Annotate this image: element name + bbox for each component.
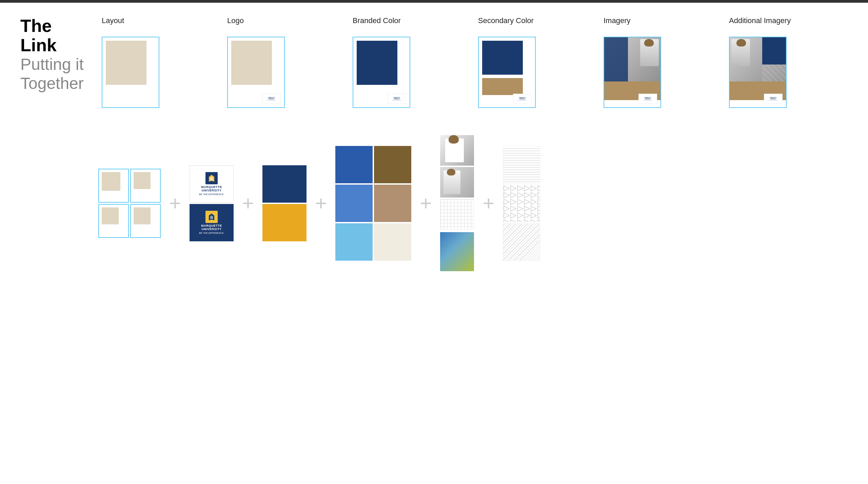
swatch-dark-gold [374, 146, 411, 183]
layout-grid [98, 169, 161, 238]
swatch-taupe [374, 185, 411, 222]
column-imagery: Imagery MARQUETTEUNIVERSITY BE THE DIFFE… [597, 16, 722, 108]
plus-1: + [164, 191, 186, 215]
swatch-med-blue [335, 146, 373, 183]
col-header-logo: Logo [227, 16, 244, 30]
branded-colors-section [259, 165, 310, 241]
imagery-top-photo [604, 37, 660, 81]
imagery-photos-section [437, 135, 477, 271]
branded-preview-card: MARQUETTEUNIVERSITY BE THE DIFFERENCE. [353, 37, 410, 108]
mu-sub-white: UNIVERSITY [202, 228, 222, 231]
logo-preview-small: MARQUETTEUNIVERSITY BE THE DIFFERENCE. [262, 94, 281, 104]
mu-crest-icon [208, 174, 215, 182]
additional-imagery-section [499, 146, 544, 261]
column-branded-color: Branded Color MARQUETTEUNIVERSITY BE THE… [346, 16, 471, 108]
mu-crest-icon-blue [208, 213, 215, 221]
additional-mu-logo-mini: MARQUETTEUNIVERSITY BE THE DIFFERENCE. [764, 94, 783, 104]
secondary-preview-card: MARQUETTEUNIVERSITY BE THE DIFFERENCE. [478, 37, 536, 108]
layout-cell-br [130, 204, 161, 238]
col-header-secondary: Secondary Color [478, 16, 534, 30]
imagery-preview-card: MARQUETTEUNIVERSITY BE THE DIFFERENCE. [604, 37, 661, 108]
column-logo: Logo MARQUETTEUNIVERSITY BE THE DIFFEREN… [220, 16, 346, 108]
secondary-colors-section [332, 146, 415, 261]
secondary-logo-small: MARQUETTEUNIVERSITY BE THE DIFFERENCE. [513, 94, 532, 104]
additional-logo-small: MARQUETTEUNIVERSITY BE THE DIFFERENCE. [764, 94, 783, 104]
column-secondary-color: Secondary Color MARQUETTEUNIVERSITY BE T… [471, 16, 597, 108]
columns-section: Layout Logo MARQUETTEUNIVERSITY BE THE D… [95, 16, 848, 108]
layout-cell-inner-br [134, 207, 151, 224]
additional-blue-overlay [762, 37, 786, 64]
branded-colors [262, 165, 307, 241]
logo-cards: MARQUETTE UNIVERSITY BE THE DIFFERENCE. … [190, 165, 234, 241]
branded-logo-small: MARQUETTEUNIVERSITY BE THE DIFFERENCE. [388, 94, 406, 104]
secondary-blue-block [482, 41, 523, 75]
add-imagery-items [503, 146, 540, 261]
swatch-cream [374, 223, 411, 261]
pattern-triangles [503, 185, 540, 222]
col-header-layout: Layout [102, 16, 124, 30]
branded-mu-logo-mini: MARQUETTEUNIVERSITY BE THE DIFFERENCE. [388, 94, 406, 104]
plus-4: + [415, 191, 437, 215]
plus-2: + [237, 191, 259, 215]
logo-preview-card: MARQUETTEUNIVERSITY BE THE DIFFERENCE. [227, 37, 285, 108]
swatch-light-blue [335, 185, 373, 222]
column-layout: Layout [95, 16, 220, 108]
additional-preview-card: MARQUETTEUNIVERSITY BE THE DIFFERENCE. [729, 37, 787, 108]
branded-blue-block [357, 41, 397, 85]
title-sub: Putting it Together [20, 55, 88, 92]
col-header-imagery: Imagery [604, 16, 630, 30]
layout-preview-card [102, 37, 159, 108]
layout-cell-inner-tl [102, 172, 120, 191]
logo-card-blue: MARQUETTE UNIVERSITY BE THE DIFFERENCE. [190, 204, 234, 241]
col-header-additional: Additional Imagery [729, 16, 791, 30]
logo-card-white: MARQUETTE UNIVERSITY BE THE DIFFERENCE. [190, 165, 234, 203]
mu-logo-mini: MARQUETTEUNIVERSITY BE THE DIFFERENCE. [262, 94, 281, 104]
imagery-logo-small: MARQUETTEUNIVERSITY BE THE DIFFERENCE. [638, 94, 657, 104]
mu-logo-blue: MARQUETTE UNIVERSITY BE THE DIFFERENCE. [199, 211, 224, 235]
mu-logo-white: MARQUETTE UNIVERSITY BE THE DIFFERENCE. [199, 172, 224, 196]
imagery-grid-pattern [440, 199, 474, 229]
imagery-items [440, 135, 474, 271]
plus-5: + [477, 191, 499, 215]
title-bold: The Link [20, 16, 88, 55]
layout-cell-inner-tr [134, 172, 151, 189]
logo-tan-block [231, 41, 272, 85]
mu-tagline-dark: BE THE DIFFERENCE. [199, 193, 224, 196]
top-bar [0, 0, 868, 3]
swatch-navy [262, 165, 307, 203]
mu-sub-dark: UNIVERSITY [202, 189, 222, 192]
person-head-1 [449, 135, 459, 144]
imagery-overlay-blue [604, 37, 628, 81]
secondary-colors-grid [335, 146, 411, 261]
layout-cell-tr [130, 169, 161, 203]
layout-grid-section [95, 169, 164, 238]
additional-top-photo [730, 37, 786, 81]
mu-tagline-white: BE THE DIFFERENCE. [199, 232, 224, 234]
imagery-gradient-blue [440, 232, 474, 271]
imagery-photo-2 [440, 167, 474, 198]
svg-rect-1 [503, 185, 540, 222]
layout-tan-block [106, 41, 146, 85]
bottom-row: + MARQUETTE UNIVERSITY BE THE DIFFERENCE… [0, 122, 868, 285]
secondary-tan-block [482, 78, 523, 95]
logo-cards-section: MARQUETTE UNIVERSITY BE THE DIFFERENCE. … [186, 165, 237, 241]
additional-pattern [762, 64, 786, 81]
layout-cell-tl [98, 169, 129, 203]
plus-3: + [310, 191, 332, 215]
layout-cell-bl [98, 204, 129, 238]
triangle-svg [503, 185, 540, 222]
column-additional-imagery: Additional Imagery MARQUETTEUNIVERSITY B… [722, 16, 848, 108]
pattern-lines [503, 146, 540, 183]
secondary-mu-logo-mini: MARQUETTEUNIVERSITY BE THE DIFFERENCE. [513, 94, 532, 104]
title-section: The Link Putting it Together [20, 16, 95, 108]
pattern-diagonal [503, 223, 540, 261]
col-header-branded: Branded Color [353, 16, 401, 30]
layout-cell-inner-bl [102, 207, 119, 224]
imagery-mu-logo-mini: MARQUETTEUNIVERSITY BE THE DIFFERENCE. [638, 94, 657, 104]
imagery-photo-1 [440, 135, 474, 166]
swatch-gold [262, 204, 307, 241]
swatch-sky-blue [335, 223, 373, 261]
